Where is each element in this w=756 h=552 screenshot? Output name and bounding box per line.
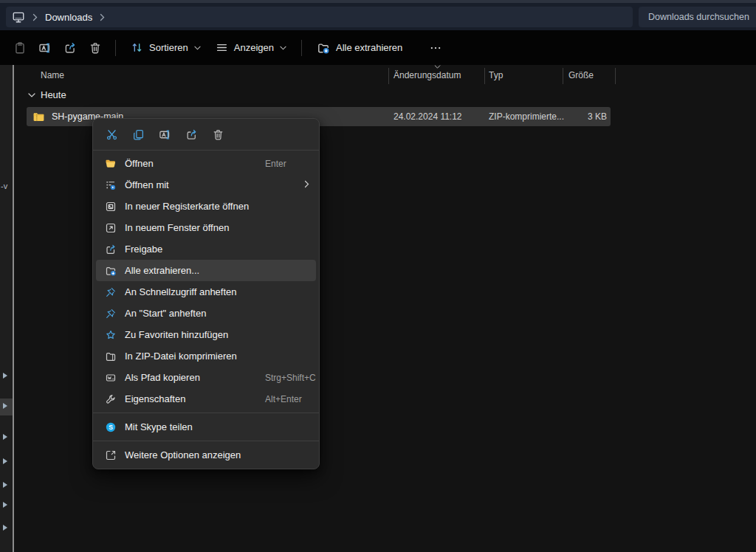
menu-item-add-favorites[interactable]: Zu Favoriten hinzufügen xyxy=(93,324,319,345)
column-divider[interactable] xyxy=(484,68,485,84)
this-pc-icon[interactable] xyxy=(12,10,25,24)
menu-item-copy-as-path[interactable]: Als Pfad kopieren Strg+Shift+C xyxy=(93,367,319,388)
menu-item-properties[interactable]: Eigenschaften Alt+Enter xyxy=(93,388,319,410)
toolbar-divider xyxy=(115,40,116,56)
skype-icon: S xyxy=(104,421,117,433)
sort-button[interactable]: Sortieren xyxy=(123,35,208,61)
chevron-right-icon[interactable] xyxy=(100,13,105,21)
menu-item-label: An "Start" anheften xyxy=(125,308,206,319)
menu-item-compress-zip[interactable]: In ZIP-Datei komprimieren xyxy=(93,345,319,367)
group-header-today[interactable]: Heute xyxy=(28,89,66,100)
rename-button[interactable] xyxy=(154,123,176,145)
tree-expand-icon[interactable] xyxy=(3,403,7,409)
share-icon xyxy=(104,244,117,255)
extract-all-button[interactable]: Alle extrahieren xyxy=(309,35,410,61)
menu-separator xyxy=(93,441,319,441)
menu-item-extract-all[interactable]: Alle extrahieren... xyxy=(96,260,316,281)
context-menu: Öffnen Enter Öffnen mit xyxy=(92,118,320,469)
tree-expand-icon[interactable] xyxy=(3,458,7,464)
menu-item-label: Zu Favoriten hinzufügen xyxy=(125,329,228,340)
tree-expand-icon[interactable] xyxy=(3,482,7,488)
zip-folder-icon xyxy=(32,111,45,123)
pin-icon xyxy=(104,286,117,298)
menu-item-label: Freigabe xyxy=(125,244,162,255)
column-header-name[interactable]: Name xyxy=(41,70,64,80)
open-in-new-window-icon xyxy=(104,222,117,234)
menu-item-shortcut: Strg+Shift+C xyxy=(265,373,316,383)
folder-open-icon xyxy=(104,158,117,170)
menu-item-show-more-options[interactable]: Weitere Optionen anzeigen xyxy=(93,444,319,466)
tree-expand-icon[interactable] xyxy=(3,502,7,508)
search-box[interactable] xyxy=(639,7,756,27)
toolbar-divider xyxy=(301,40,302,56)
extract-folder-icon xyxy=(317,41,330,55)
show-more-icon xyxy=(104,449,117,461)
menu-item-pin-start[interactable]: An "Start" anheften xyxy=(93,303,319,324)
sort-label: Sortieren xyxy=(149,42,188,53)
navigation-pane-sliver: -v xyxy=(0,65,13,552)
chevron-down-icon xyxy=(280,46,286,50)
group-label: Heute xyxy=(41,89,66,100)
tree-expand-icon[interactable] xyxy=(3,525,7,531)
menu-item-label: Als Pfad kopieren xyxy=(125,372,200,383)
menu-item-open-new-window[interactable]: In neuem Fenster öffnen xyxy=(93,217,319,238)
chevron-right-icon xyxy=(32,13,38,21)
column-header-type[interactable]: Typ xyxy=(489,70,503,80)
file-explorer-window: Downloads xyxy=(0,0,756,552)
cut-icon xyxy=(106,128,118,141)
menu-item-open-new-tab[interactable]: In neuer Registerkarte öffnen xyxy=(93,196,319,217)
chevron-down-icon xyxy=(194,46,201,50)
wrench-icon xyxy=(104,393,117,405)
submenu-chevron-icon xyxy=(304,180,309,188)
nav-pane-label-fragment: -v xyxy=(1,182,7,190)
cut-button[interactable] xyxy=(100,123,123,145)
quick-actions-row xyxy=(93,119,319,151)
menu-item-shortcut: Enter xyxy=(265,159,286,169)
sort-direction-icon xyxy=(434,65,441,69)
delete-button[interactable] xyxy=(83,35,108,61)
copy-button[interactable] xyxy=(127,123,149,145)
svg-text:S: S xyxy=(109,423,113,430)
star-icon xyxy=(104,329,117,341)
zip-folder-icon xyxy=(104,351,117,362)
menu-separator xyxy=(93,413,319,413)
view-button[interactable]: Anzeigen xyxy=(208,35,294,61)
menu-item-label: In ZIP-Datei komprimieren xyxy=(125,351,237,362)
breadcrumb-item-downloads[interactable]: Downloads xyxy=(45,12,92,23)
file-modified-date: 24.02.2024 11:12 xyxy=(394,111,462,122)
delete-button[interactable] xyxy=(207,123,229,145)
menu-item-label: In neuem Fenster öffnen xyxy=(125,222,229,233)
menu-item-label: An Schnellzugriff anheften xyxy=(125,286,237,297)
column-divider[interactable] xyxy=(563,68,563,84)
paste-icon xyxy=(13,41,27,55)
view-list-icon xyxy=(216,41,228,54)
menu-item-share-skype[interactable]: S Mit Skype teilen xyxy=(93,416,319,438)
see-more-button[interactable] xyxy=(423,35,448,61)
column-divider[interactable] xyxy=(388,68,389,84)
chevron-down-icon xyxy=(28,93,35,97)
paste-button[interactable] xyxy=(7,35,32,61)
menu-item-share[interactable]: Freigabe xyxy=(93,238,319,260)
context-menu-list: Öffnen Enter Öffnen mit xyxy=(93,151,319,466)
address-bar-row: Downloads xyxy=(0,3,756,30)
breadcrumb[interactable]: Downloads xyxy=(6,7,633,27)
sort-icon xyxy=(131,41,143,54)
trash-icon xyxy=(212,128,224,141)
menu-item-label: Weitere Optionen anzeigen xyxy=(125,449,241,460)
search-input[interactable] xyxy=(639,12,756,22)
rename-button[interactable] xyxy=(32,35,58,61)
column-header-modified[interactable]: Änderungsdatum xyxy=(394,70,461,80)
extract-folder-icon xyxy=(104,265,117,277)
column-divider[interactable] xyxy=(615,68,616,84)
tree-expand-icon[interactable] xyxy=(3,373,7,379)
menu-item-open[interactable]: Öffnen Enter xyxy=(93,153,319,174)
column-header-size[interactable]: Größe xyxy=(568,70,594,80)
extract-all-label: Alle extrahieren xyxy=(336,42,402,53)
menu-item-pin-quick-access[interactable]: An Schnellzugriff anheften xyxy=(93,281,319,303)
tree-expand-icon[interactable] xyxy=(3,434,7,440)
share-button[interactable] xyxy=(180,123,202,145)
pane-splitter[interactable] xyxy=(13,65,14,552)
menu-item-open-with[interactable]: Öffnen mit xyxy=(93,174,319,196)
menu-item-label: Öffnen mit xyxy=(125,179,169,190)
share-button[interactable] xyxy=(58,35,83,61)
